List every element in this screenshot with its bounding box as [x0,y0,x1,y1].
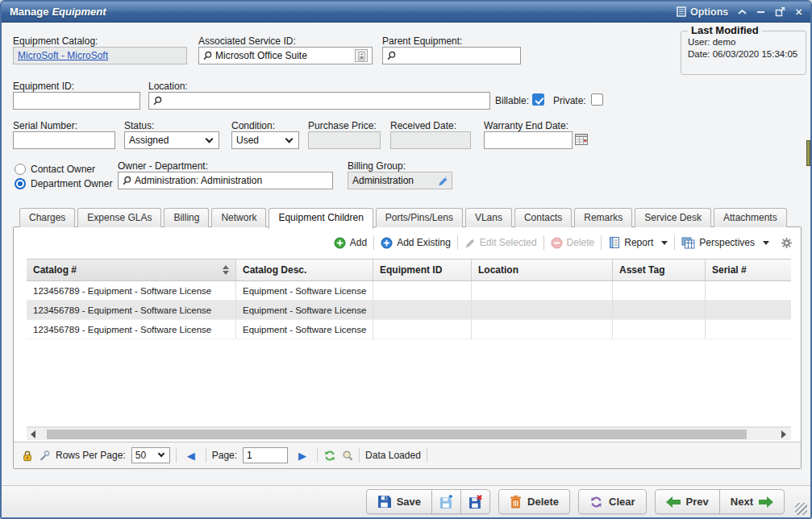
scrollbar-thumb[interactable] [47,430,747,439]
lock-icon[interactable] [22,450,33,462]
equipment-id-label: Equipment ID: [13,81,74,92]
action-bar: Save Delete Clear Prev [2,485,810,517]
perspectives-button[interactable]: Perspectives [675,237,776,249]
next-button[interactable]: Next [719,489,785,514]
tab-expense-glas[interactable]: Expense GLAs [77,208,161,227]
billing-group-field: Administration [348,172,452,189]
tab-charges[interactable]: Charges [19,208,75,227]
tools-icon[interactable] [39,450,50,462]
contact-owner-radio[interactable] [15,164,26,175]
status-select[interactable]: Assigned [124,131,219,149]
clear-button[interactable]: Clear [578,489,647,514]
table-row[interactable]: 123456789 - Equipment - Software License… [27,301,791,320]
prev-page-icon[interactable]: ◀ [182,450,200,462]
popout-icon[interactable] [775,6,785,17]
tab-vlans[interactable]: VLans [465,208,512,227]
table-row[interactable]: 123456789 - Equipment - Software License… [27,320,791,339]
edge-artifact [806,140,810,166]
minimize-icon[interactable] [756,9,765,15]
associated-service-id-field[interactable]: Microsoft Office Suite [198,47,373,64]
warranty-end-date-input[interactable] [484,131,573,149]
billing-group-label: Billing Group: [348,160,406,172]
delete-minus-icon [551,237,563,249]
department-owner-radio[interactable] [15,178,26,189]
tab-billing[interactable]: Billing [164,208,209,227]
search-grid-icon[interactable] [342,450,353,461]
chevron-down-icon [285,135,294,143]
equipment-catalog-link[interactable]: MicroSoft - MicroSoft [18,50,108,61]
status-text: Data Loaded [365,450,421,461]
clear-icon [589,496,603,509]
edit-pencil-icon[interactable] [437,176,448,186]
next-page-icon[interactable]: ▶ [294,450,311,462]
calendar-icon[interactable] [575,133,588,145]
equipment-catalog-field: MicroSoft - MicroSoft [13,47,187,64]
location-field[interactable] [148,92,490,110]
tab-remarks[interactable]: Remarks [574,208,632,227]
scroll-right-icon[interactable] [781,430,786,438]
close-icon[interactable]: × [795,6,802,18]
cell-equipment-id [373,281,472,301]
column-header-catalog-desc[interactable]: Catalog Desc. [236,260,373,280]
serial-number-input[interactable] [13,131,115,149]
column-header-catalog[interactable]: Catalog # [27,260,236,280]
horizontal-scrollbar[interactable] [27,427,791,440]
cell-catalog-desc: Equipment - Software License [236,281,373,301]
delete-button[interactable]: Delete [498,489,570,514]
column-header-equipment-id[interactable]: Equipment ID [373,260,472,280]
tab-service-desk[interactable]: Service Desk [635,208,711,227]
grid-header: Catalog # Catalog Desc. Equipment ID Loc… [27,259,791,281]
resize-grip[interactable] [795,503,807,515]
contact-owner-option[interactable]: Contact Owner [15,164,95,175]
page-input[interactable] [243,447,288,463]
tab-ports-pins-lens[interactable]: Ports/Pins/Lens [376,208,463,227]
equipment-catalog-label: Equipment Catalog: [13,35,98,47]
trash-icon [510,495,522,509]
add-existing-button[interactable]: Add Existing [374,237,457,249]
equipment-children-panel: Add Add Existing Edit Selected Delete [13,226,802,469]
report-button[interactable]: Report [602,236,674,249]
parent-equipment-field[interactable] [382,47,521,64]
prev-arrow-icon [666,496,681,508]
owner-department-field[interactable]: Administration: Administration [118,172,333,189]
add-button[interactable]: Add [327,237,373,249]
refresh-icon[interactable] [323,450,336,462]
collapse-icon[interactable] [738,9,747,15]
grid-settings-button[interactable] [776,237,794,249]
grid-toolbar: Add Add Existing Edit Selected Delete [327,231,794,254]
received-date-label: Received Date: [390,120,456,131]
tab-contacts[interactable]: Contacts [514,208,572,227]
scroll-left-icon[interactable] [31,430,35,438]
delete-row-button[interactable]: Delete [544,237,602,249]
cell-serial [706,281,791,301]
department-owner-option[interactable]: Department Owner [15,178,112,189]
table-row[interactable]: 123456789 - Equipment - Software License… [27,281,791,301]
equipment-id-input[interactable] [13,92,140,110]
column-header-serial[interactable]: Serial # [706,260,791,280]
received-date-field [390,131,471,149]
save-and-close-button[interactable] [460,489,490,514]
save-and-new-button[interactable] [431,489,461,514]
edit-selected-button[interactable]: Edit Selected [458,237,543,248]
last-modified-box: Last Modified User: demo Date: 06/03/202… [681,31,806,75]
tab-network[interactable]: Network [211,208,266,227]
purchase-price-field [308,131,381,149]
save-button[interactable]: Save [366,489,432,514]
options-button[interactable]: Options [677,6,728,18]
column-header-location[interactable]: Location [472,260,613,280]
tab-equipment-children[interactable]: Equipment Children [269,208,373,229]
prev-button[interactable]: Prev [655,489,720,514]
cell-asset-tag [613,301,706,320]
search-icon [153,96,162,106]
search-icon [123,176,131,185]
column-header-asset-tag[interactable]: Asset Tag [613,260,706,280]
chevron-down-icon [157,450,164,457]
condition-select[interactable]: Used [231,131,299,149]
rows-per-page-select[interactable]: 50 [131,447,170,463]
tab-attachments[interactable]: Attachments [714,208,787,227]
save-close-icon [468,495,482,509]
service-details-button[interactable] [355,49,368,62]
billable-checkbox[interactable] [532,93,544,106]
private-checkbox[interactable] [591,93,603,106]
save-new-icon [439,495,453,509]
